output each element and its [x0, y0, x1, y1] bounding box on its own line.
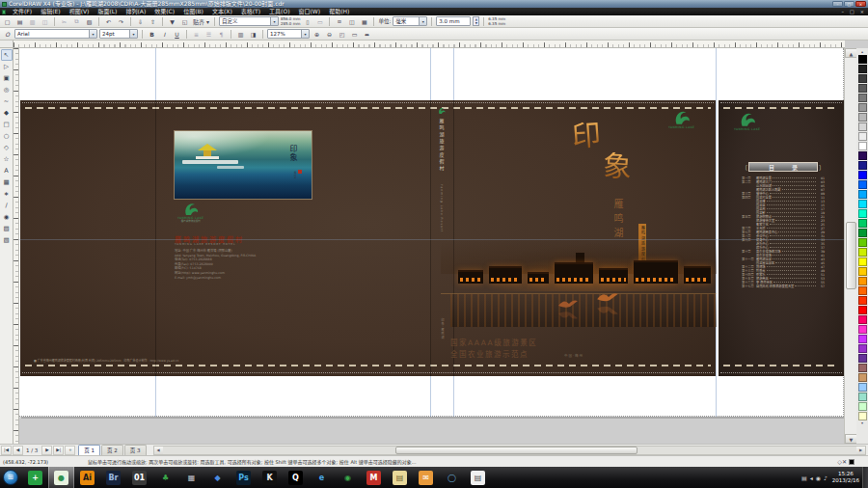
- eyedropper-tool[interactable]: ∕: [1, 200, 13, 211]
- rectangle-tool[interactable]: □: [1, 119, 13, 130]
- palette-color[interactable]: [858, 383, 867, 392]
- taskbar-clock[interactable]: 15:26 2013/2/16: [832, 471, 859, 484]
- vscroll-thumb[interactable]: [846, 222, 856, 289]
- smart-fill-tool[interactable]: ◆: [1, 107, 13, 119]
- taskbar-notes[interactable]: ▤: [387, 467, 413, 488]
- menu-item-1[interactable]: 编辑(E): [37, 8, 64, 15]
- hscroll-thumb[interactable]: [395, 447, 637, 454]
- palette-color[interactable]: [858, 393, 867, 401]
- palette-color[interactable]: [858, 132, 867, 141]
- snap-to-button[interactable]: 贴齐 ▾: [192, 16, 210, 27]
- palette-color[interactable]: [858, 238, 867, 247]
- zoom-out-icon[interactable]: ⊖: [324, 29, 335, 40]
- undo-icon[interactable]: ↶: [103, 16, 114, 27]
- menu-item-4[interactable]: 排列(A): [122, 8, 149, 15]
- menu-item-0[interactable]: 文件(F): [9, 8, 36, 15]
- palette-color[interactable]: [858, 315, 867, 324]
- doc-restore-button[interactable]: □: [848, 9, 856, 15]
- palette-color[interactable]: [858, 74, 867, 83]
- drawing-canvas[interactable]: 印象 雁鸣湖 YANMING LAKE 雁鸣湖旅游度假村 雁鸣湖旅游度假村 YA…: [19, 48, 844, 444]
- palette-color[interactable]: [858, 306, 867, 314]
- palette-color[interactable]: [858, 258, 867, 266]
- italic-button[interactable]: I: [159, 29, 170, 40]
- last-page-icon[interactable]: ▶|: [53, 446, 64, 455]
- page-tab-2[interactable]: 页 2: [101, 445, 123, 455]
- layout-icon[interactable]: ▦: [359, 16, 369, 27]
- palette-color[interactable]: [858, 229, 867, 237]
- export-icon[interactable]: ⇧: [148, 16, 158, 27]
- pick-tool[interactable]: ↖: [1, 49, 13, 61]
- palette-color[interactable]: [858, 113, 867, 122]
- palette-color[interactable]: [858, 103, 867, 112]
- polygon-tool[interactable]: ◇: [1, 142, 13, 153]
- horizontal-scrollbar[interactable]: ◀ ▶: [153, 446, 866, 455]
- shape-tool[interactable]: ▷: [1, 61, 13, 72]
- lake-photo[interactable]: 印象 雁鸣湖: [174, 130, 312, 200]
- nudge-spinner[interactable]: ▲▼: [473, 16, 479, 26]
- doc-minimize-button[interactable]: –: [840, 9, 847, 15]
- portrait-icon[interactable]: ▯: [302, 16, 312, 27]
- taskbar-mail[interactable]: ✉: [413, 467, 439, 488]
- taskbar-explorer[interactable]: ▦: [178, 467, 204, 488]
- zoom-tool[interactable]: ◎: [1, 84, 13, 95]
- horizontal-ruler[interactable]: [14, 41, 845, 48]
- palette-color[interactable]: [858, 325, 867, 334]
- taskbar-blue-window[interactable]: ◆: [204, 467, 231, 488]
- taskbar-browser[interactable]: e: [309, 467, 335, 488]
- basic-shapes-tool[interactable]: ☆: [1, 153, 13, 165]
- tray-icon-0[interactable]: ▤: [801, 474, 807, 481]
- palette-color[interactable]: [858, 267, 867, 276]
- first-page-icon[interactable]: |◀: [1, 446, 12, 455]
- page-dimensions[interactable]: 856.0 mm 285.0 mm: [281, 16, 301, 26]
- menu-item-11[interactable]: 帮助(H): [325, 8, 353, 15]
- menu-item-6[interactable]: 位图(B): [179, 8, 207, 15]
- menu-item-8[interactable]: 表格(T): [237, 8, 264, 15]
- palette-color[interactable]: [858, 219, 867, 228]
- close-button[interactable]: ×: [855, 1, 866, 7]
- taskbar-kmplayer[interactable]: K: [257, 467, 283, 488]
- all-pages-icon[interactable]: ⧈: [334, 16, 344, 27]
- taskbar-green-app[interactable]: ◉: [335, 467, 361, 488]
- palette-color[interactable]: [858, 248, 867, 257]
- taskbar-office[interactable]: 01: [126, 467, 152, 488]
- taskbar-earth[interactable]: ◯: [439, 467, 465, 488]
- taskbar-photoshop[interactable]: Ps: [231, 467, 257, 488]
- doc-close-button[interactable]: ×: [858, 9, 866, 15]
- ellipse-tool[interactable]: ○: [1, 130, 13, 142]
- prev-page-icon[interactable]: ◀: [13, 446, 23, 455]
- menu-item-2[interactable]: 视图(V): [66, 8, 94, 15]
- nudge-input[interactable]: 3.0 mm: [436, 16, 471, 26]
- palette-down-icon[interactable]: ▾: [861, 420, 863, 425]
- taskbar-bridge[interactable]: Br: [100, 467, 126, 488]
- palette-color[interactable]: [858, 364, 867, 372]
- bold-button[interactable]: B: [147, 29, 157, 40]
- palette-color[interactable]: [858, 142, 867, 150]
- save-icon[interactable]: ▥: [27, 16, 38, 27]
- app-launcher-icon[interactable]: ▼: [167, 16, 177, 27]
- taskbar-illustrator[interactable]: Ai: [74, 467, 100, 488]
- add-page-button[interactable]: +: [65, 446, 75, 455]
- start-button[interactable]: ⊞: [3, 470, 18, 485]
- page-tab-3[interactable]: 页 3: [124, 445, 147, 455]
- tray-icon-1[interactable]: ◂: [810, 474, 813, 481]
- landscape-icon[interactable]: ▭: [314, 16, 325, 27]
- menu-item-3[interactable]: 版面(L): [94, 8, 121, 15]
- page-tab-1[interactable]: 页 1: [78, 445, 100, 455]
- palette-color[interactable]: [858, 151, 867, 160]
- palette-color[interactable]: [858, 373, 867, 382]
- interactive-fill-tool[interactable]: ▧: [1, 234, 13, 246]
- units-select[interactable]: 毫米▾: [393, 16, 427, 26]
- paste-icon[interactable]: ▧: [84, 16, 95, 27]
- show-desktop-button[interactable]: [862, 467, 868, 488]
- palette-color[interactable]: [858, 200, 867, 208]
- palette-color[interactable]: [858, 209, 867, 218]
- zoom-selection-icon[interactable]: ◰: [337, 29, 347, 40]
- import-icon[interactable]: ⇩: [135, 16, 146, 27]
- new-document-icon[interactable]: ▢: [2, 16, 13, 27]
- cover-artwork[interactable]: 印象 雁鸣湖 YANMING LAKE 雁鸣湖旅游度假村 雁鸣湖旅游度假村 YA…: [20, 100, 716, 376]
- open-icon[interactable]: ▤: [14, 16, 25, 27]
- edit-text-icon[interactable]: ▥: [235, 29, 246, 40]
- align-left-icon[interactable]: ≡: [191, 29, 202, 40]
- palette-color[interactable]: [858, 122, 867, 131]
- palette-color[interactable]: [858, 171, 867, 179]
